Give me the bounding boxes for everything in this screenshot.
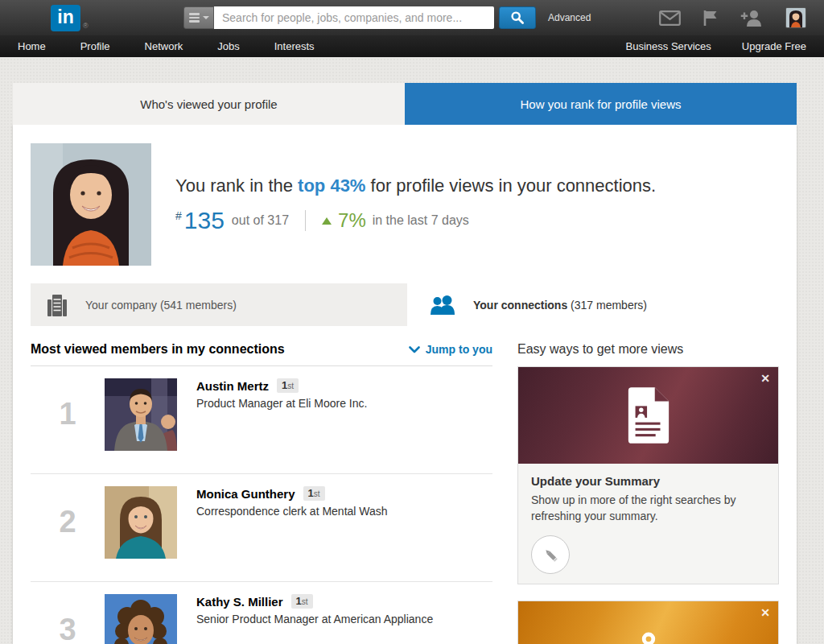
trend-up-icon — [322, 217, 332, 225]
tips-sidebar: Easy ways to get more views ✕ — [517, 342, 779, 644]
rank-out-of: out of 317 — [232, 213, 289, 228]
member-name[interactable]: Monica Gunthery — [196, 487, 295, 501]
update-summary-card: ✕ — [517, 366, 779, 584]
caret-down-icon — [203, 16, 209, 19]
account-avatar-image — [786, 8, 805, 27]
member-photo[interactable] — [105, 594, 177, 644]
close-icon[interactable]: ✕ — [760, 606, 770, 619]
search-input[interactable] — [214, 6, 494, 29]
divider — [305, 210, 306, 231]
nav-item-interests[interactable]: Interests — [274, 40, 315, 52]
nav-item-jobs[interactable]: Jobs — [217, 40, 239, 52]
search-category-dropdown[interactable] — [183, 6, 214, 29]
search-bar — [183, 6, 536, 29]
compass-tool-icon — [627, 630, 670, 644]
member-headline: Senior Product Manager at American Appli… — [196, 613, 433, 625]
member-rank: 2 — [31, 485, 105, 559]
jump-to-you-link[interactable]: Jump to you — [409, 343, 492, 356]
pencil-icon — [542, 546, 559, 564]
summary-card-title: Update your Summary — [531, 474, 765, 488]
connections-icon — [430, 295, 455, 315]
member-name[interactable]: Kathy S. Millier — [196, 595, 283, 609]
user-profile-photo[interactable] — [31, 143, 151, 266]
connection-degree-badge: 1st — [291, 594, 313, 609]
hamburger-icon — [189, 13, 200, 23]
chevron-down-icon — [409, 346, 420, 353]
scope-company-label: Your company (541 members) — [85, 299, 237, 312]
linkedin-logo[interactable]: in — [51, 5, 80, 31]
search-button[interactable] — [499, 6, 536, 29]
member-headline: Product Manager at Eli Moore Inc. — [196, 397, 367, 410]
tab-how-you-rank[interactable]: How you rank for profile views — [405, 83, 797, 125]
member-name[interactable]: Austin Mertz — [196, 379, 269, 393]
rank-highlight: top 43% — [298, 175, 365, 196]
messages-icon[interactable] — [659, 10, 681, 26]
member-headline: Correspondence clerk at Mental Wash — [196, 505, 388, 518]
tab-whos-viewed[interactable]: Who's viewed your profile — [13, 83, 405, 125]
account-avatar[interactable] — [785, 7, 806, 28]
advanced-search-link[interactable]: Advanced — [548, 12, 591, 23]
rank-number: 135 — [184, 208, 225, 233]
member-row: 3 Ka — [31, 582, 492, 644]
nav-item-home[interactable]: Home — [18, 40, 46, 52]
member-rank: 3 — [31, 592, 105, 644]
rank-panel: You rank in the top 43% for profile view… — [13, 125, 797, 644]
connection-degree-badge: 1st — [277, 378, 299, 393]
member-rank: 1 — [31, 377, 105, 451]
page-body: Who's viewed your profile How you rank f… — [0, 57, 824, 644]
edit-summary-button[interactable] — [531, 535, 570, 574]
trend-label: in the last 7 days — [373, 213, 469, 228]
member-photo[interactable] — [105, 378, 177, 451]
scope-connections-label: Your connections (317 members) — [473, 299, 647, 312]
main-navigation: Home Profile Network Jobs Interests Busi… — [0, 35, 824, 57]
rank-headline: You rank in the top 43% for profile view… — [175, 175, 656, 196]
most-viewed-list: Most viewed members in my connections Ju… — [31, 342, 492, 644]
nav-item-upgrade[interactable]: Upgrade Free — [742, 40, 806, 52]
top-bar: in ® Advanced — [0, 0, 824, 35]
connection-degree-badge: 1st — [303, 486, 325, 501]
nav-item-network[interactable]: Network — [145, 40, 183, 52]
scope-toggle: Your company (541 members) Your connecti… — [31, 283, 779, 326]
profile-views-tabs: Who's viewed your profile How you rank f… — [13, 83, 797, 125]
nav-item-profile[interactable]: Profile — [80, 40, 110, 52]
scope-your-company[interactable]: Your company (541 members) — [31, 283, 407, 326]
summary-card-banner: ✕ — [518, 367, 778, 464]
search-icon — [510, 10, 525, 25]
rank-hash: # — [175, 209, 182, 222]
summary-card-text: Show up in more of the right searches by… — [531, 492, 753, 524]
member-photo[interactable] — [105, 486, 177, 559]
rank-detail-line: # 135 out of 317 7% in the last 7 days — [175, 208, 656, 233]
member-row: 2 Monica Gunthery 1st — [31, 474, 492, 582]
skills-promo-card: ✕ — [517, 601, 779, 644]
member-row: 1 — [31, 366, 492, 474]
list-title: Most viewed members in my connections — [31, 342, 285, 357]
registered-trademark: ® — [83, 22, 89, 30]
rank-hero: You rank in the top 43% for profile view… — [13, 125, 797, 283]
nav-item-business-services[interactable]: Business Services — [626, 40, 711, 52]
resume-document-icon — [625, 387, 672, 444]
scope-your-connections[interactable]: Your connections (317 members) — [407, 283, 779, 326]
close-icon[interactable]: ✕ — [760, 372, 770, 385]
sidebar-title: Easy ways to get more views — [517, 342, 779, 357]
trend-value: 7% — [338, 209, 366, 232]
flag-icon[interactable] — [702, 10, 719, 27]
company-icon — [45, 293, 69, 317]
add-connection-icon[interactable] — [740, 10, 764, 27]
skills-card-banner: ✕ — [518, 601, 778, 644]
